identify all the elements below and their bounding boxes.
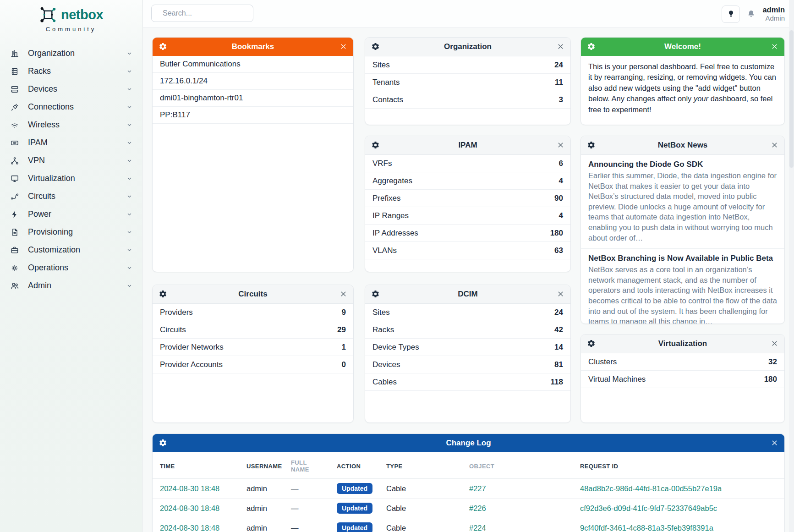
bookmark-link[interactable]: 172.16.0.1/24 [153,73,353,90]
stat-label[interactable]: Prefixes [372,194,400,203]
request-id-link[interactable]: cf92d3e6-d09d-41fc-9fd7-52337649ab5c [580,504,717,512]
stat-row: IP Addresses180 [365,225,570,242]
close-icon[interactable] [340,43,347,50]
gear-icon[interactable] [371,141,380,149]
sidebar-item-customization[interactable]: Customization [0,241,142,259]
stat-label[interactable]: Sites [372,60,390,70]
chevron-down-icon [126,193,133,200]
news-item-title[interactable]: Announcing the Diode Go SDK [588,160,777,169]
stat-row: Sites24 [365,56,570,74]
gear-icon[interactable] [159,42,167,51]
stat-value: 4 [559,176,563,186]
notifications-bell-icon[interactable] [746,9,756,19]
stat-label[interactable]: Circuits [160,325,186,335]
object-link[interactable]: #227 [469,484,486,493]
user-menu[interactable]: admin Admin [762,5,785,22]
column-header[interactable]: ACTION [329,452,379,479]
stat-label[interactable]: Device Types [372,343,419,352]
gear-icon[interactable] [159,439,167,447]
time-link[interactable]: 2024-08-30 18:48 [160,524,219,532]
column-header[interactable]: OBJECT [462,452,573,479]
sidebar-item-label: IPAM [28,138,126,148]
netbox-dashboard: netbox Community OrganizationRacksDevice… [0,0,794,532]
stat-row: Virtual Machines180 [581,371,784,388]
close-icon[interactable] [771,141,778,149]
theme-toggle-button[interactable] [722,5,740,23]
widget-netbox-news: NetBox News Announcing the Diode Go SDKE… [580,136,785,324]
stat-label[interactable]: VRFs [372,159,392,168]
bookmark-link[interactable]: Butler Communications [153,56,353,73]
sidebar-item-circuits[interactable]: Circuits [0,187,142,205]
stat-label[interactable]: Provider Accounts [160,360,223,369]
stat-label[interactable]: Racks [372,325,394,335]
gear-icon[interactable] [371,290,380,298]
request-id-link[interactable]: 9cf40fdf-3461-4c88-81a3-5feb39f8391a [580,524,713,532]
object-link[interactable]: #224 [469,524,486,532]
gear-icon[interactable] [371,42,380,51]
gear-icon[interactable] [587,141,596,149]
close-icon[interactable] [557,141,564,149]
object-link[interactable]: #226 [469,504,486,512]
action-badge[interactable]: Updated [337,522,372,532]
news-item-title[interactable]: NetBox Branching is Now Available in Pub… [588,254,777,263]
sidebar-item-virtualization[interactable]: Virtualization [0,170,142,187]
bookmark-link[interactable]: dmi01-binghamton-rtr01 [153,90,353,107]
scrollbar-thumb[interactable] [789,30,794,168]
close-icon[interactable] [771,340,778,347]
column-header[interactable]: TIME [153,452,239,479]
widget-title: DCIM [458,290,477,299]
close-icon[interactable] [771,43,778,50]
bookmark-link[interactable]: PP:B117 [153,107,353,124]
gear-icon[interactable] [159,290,167,298]
chevron-down-icon [126,264,133,271]
sidebar-item-operations[interactable]: Operations [0,259,142,277]
column-header[interactable]: TYPE [379,452,462,479]
rack-icon [10,67,19,76]
gear-icon[interactable] [587,42,596,51]
stat-label[interactable]: Contacts [372,95,403,104]
widget-change-log: Change Log TIMEUSERNAMEFULL NAMEACTIONTY… [152,433,785,532]
column-header[interactable]: REQUEST ID [573,452,784,479]
action-badge[interactable]: Updated [337,503,372,514]
stat-label[interactable]: Provider Networks [160,343,224,352]
stat-label[interactable]: Cables [372,378,397,387]
close-icon[interactable] [771,439,778,447]
request-id-link[interactable]: 48ad8b2c-986d-44fd-81ca-00d55b27e19a [580,484,722,493]
scrollbar-track[interactable] [789,0,794,532]
close-icon[interactable] [340,290,347,298]
stat-label[interactable]: Sites [372,308,390,317]
column-header[interactable]: USERNAME [239,452,284,479]
sidebar-item-power[interactable]: Power [0,205,142,223]
close-icon[interactable] [557,290,564,298]
stat-label[interactable]: Tenants [372,78,400,87]
search-box[interactable] [151,5,253,22]
stat-label[interactable]: Clusters [588,357,617,367]
stat-label[interactable]: Aggregates [372,176,412,186]
stat-label[interactable]: Devices [372,360,400,369]
column-header[interactable]: FULL NAME [284,452,329,479]
stat-label[interactable]: IP Ranges [372,211,409,220]
sidebar-item-racks[interactable]: Racks [0,62,142,80]
stat-label[interactable]: VLANs [372,246,397,255]
brand[interactable]: netbox Community [0,0,142,33]
close-icon[interactable] [557,43,564,50]
time-link[interactable]: 2024-08-30 18:48 [160,504,219,512]
sidebar-item-wireless[interactable]: Wireless [0,116,142,134]
search-input[interactable] [162,9,258,18]
stat-value: 6 [559,159,563,168]
stat-label[interactable]: IP Addresses [372,229,418,238]
sidebar-item-vpn[interactable]: VPN [0,152,142,170]
stat-label[interactable]: Providers [160,308,193,317]
sidebar-item-devices[interactable]: Devices [0,80,142,98]
time-link[interactable]: 2024-08-30 18:48 [160,484,219,493]
sidebar-item-provisioning[interactable]: Provisioning [0,223,142,241]
stat-row: Devices81 [365,356,570,373]
sidebar-item-ipam[interactable]: IPAM [0,134,142,152]
sidebar-item-organization[interactable]: Organization [0,44,142,62]
stat-label[interactable]: Virtual Machines [588,375,646,384]
sidebar-item-connections[interactable]: Connections [0,98,142,116]
widget-virtualization: Virtualization Clusters32Virtual Machine… [580,334,785,423]
gear-icon[interactable] [587,339,596,348]
action-badge[interactable]: Updated [337,483,372,494]
sidebar-item-admin[interactable]: Admin [0,277,142,295]
